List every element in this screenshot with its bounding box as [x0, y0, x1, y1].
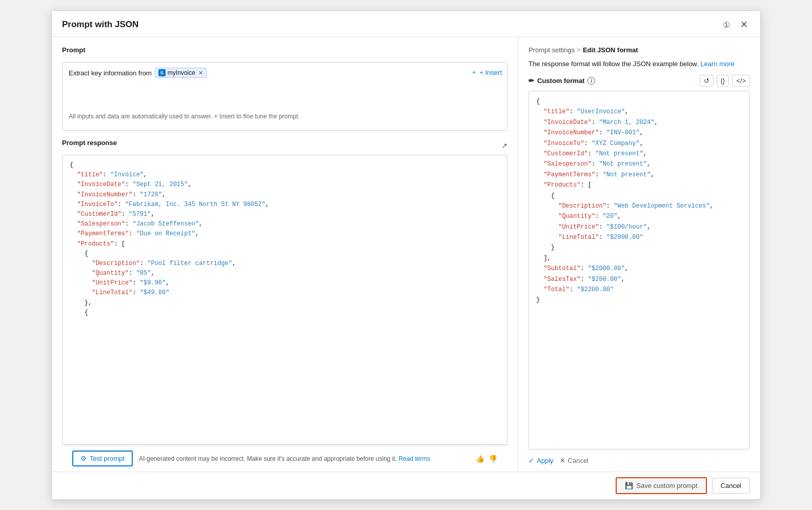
- custom-format-header: ✏ Custom format i ↺ {} </>: [529, 75, 750, 87]
- thumbs-down-button[interactable]: 👎: [489, 455, 497, 463]
- help-icon: ①: [723, 20, 730, 30]
- json-line: "LineTotal": "$49.80": [70, 288, 500, 298]
- tag-icon: S: [158, 69, 166, 76]
- left-panel: Prompt ＋ + Insert Extract key informatio…: [52, 37, 518, 472]
- json-line: },: [70, 298, 500, 308]
- close-button[interactable]: ✕: [738, 18, 750, 31]
- save-icon: 💾: [625, 482, 633, 489]
- json-line: {: [536, 191, 742, 201]
- dialog-title: Prompt with JSON: [62, 19, 138, 30]
- json-line: "CustomerId": "Not present",: [536, 149, 742, 159]
- right-actions: ✓ Apply ✕ Cancel: [529, 450, 750, 472]
- json-line: "InvoiceDate": "Sept 21, 2015",: [70, 180, 500, 190]
- prompt-prefix-text: Extract key information from: [69, 69, 152, 77]
- bottom-bar: ⚙ Test prompt AI-generated content may b…: [62, 445, 508, 472]
- custom-format-title: ✏ Custom format i: [529, 77, 595, 85]
- json-line: "title": "UserInvoice",: [536, 107, 742, 117]
- tag-label: myInvoice: [168, 69, 195, 76]
- ai-disclaimer: AI-generated content may be incorrect. M…: [139, 455, 470, 462]
- prompt-label: Prompt: [62, 46, 86, 54]
- json-line: "title": "Invoice",: [70, 170, 500, 180]
- dialog: Prompt with JSON ① ✕ Prompt ＋ + Insert: [51, 10, 761, 500]
- json-line: {: [70, 249, 500, 259]
- json-line: "Quantity": "20",: [536, 211, 742, 221]
- breadcrumb-sep: >: [577, 46, 581, 54]
- json-line: "LineTotal": "$2000.00": [536, 232, 742, 242]
- json-line: "SalesTax": "$200.00",: [536, 274, 742, 284]
- response-header: Prompt response ↗: [62, 139, 508, 152]
- apply-button[interactable]: ✓ Apply: [529, 457, 554, 464]
- json-line: "InvoiceNumber": "INV-001",: [536, 128, 742, 138]
- json-line: "PaymentTerms": "Not present",: [536, 170, 742, 180]
- breadcrumb-parent: Prompt settings: [529, 46, 575, 54]
- braces-button[interactable]: {}: [717, 75, 729, 87]
- plus-icon: ＋: [471, 68, 477, 77]
- code-icon: </>: [736, 77, 746, 85]
- json-line: "CustomerId": "5791",: [70, 210, 500, 219]
- learn-more-link[interactable]: Learn more: [700, 60, 734, 68]
- json-line: "Description": "Pool filter cartridge",: [70, 259, 500, 269]
- reset-icon: ↺: [704, 77, 709, 85]
- insert-button[interactable]: ＋ + Insert: [471, 68, 502, 77]
- dialog-footer: 💾 Save custom prompt Cancel: [52, 472, 760, 499]
- response-code-area[interactable]: { "title": "Invoice", "InvoiceDate": "Se…: [62, 155, 508, 445]
- json-editor-area[interactable]: { "title": "UserInvoice", "InvoiceDate":…: [529, 91, 750, 450]
- thumbs-up-button[interactable]: 👍: [476, 455, 484, 463]
- read-terms-link[interactable]: Read terms: [399, 455, 431, 462]
- json-line: "Products": [: [70, 239, 500, 249]
- reset-button[interactable]: ↺: [700, 75, 714, 87]
- dialog-body: Prompt ＋ + Insert Extract key informatio…: [52, 37, 760, 472]
- tag-close-icon[interactable]: ✕: [198, 70, 203, 76]
- breadcrumb: Prompt settings > Edit JSON format: [529, 46, 750, 54]
- json-line: }: [536, 242, 742, 253]
- x-icon: ✕: [560, 457, 565, 464]
- dialog-header: Prompt with JSON ① ✕: [52, 11, 760, 37]
- prompt-input-row: Extract key information from S myInvoice…: [69, 68, 501, 78]
- json-line: "InvoiceDate": "March 1, 2024",: [536, 117, 742, 128]
- check-icon: ✓: [529, 457, 534, 464]
- json-line: "Subtotal": "$2000.00",: [536, 263, 742, 274]
- json-line: "Salesperson": "Not present",: [536, 159, 742, 169]
- json-line: "InvoiceTo": "Fabrikam, Inc. 345 North S…: [70, 200, 500, 210]
- test-icon: ⚙: [80, 455, 87, 462]
- response-label: Prompt response: [62, 139, 117, 147]
- header-icons: ① ✕: [721, 18, 750, 31]
- help-button[interactable]: ①: [721, 19, 732, 31]
- json-line: {: [70, 308, 500, 318]
- prompt-hint: All inputs and data are automatically us…: [69, 109, 501, 125]
- code-button[interactable]: </>: [732, 75, 750, 87]
- json-line: "Description": "Web Development Services…: [536, 201, 742, 211]
- test-prompt-button[interactable]: ⚙ Test prompt: [72, 451, 133, 466]
- json-line: "Total": "$2200.00": [536, 284, 742, 295]
- format-action-buttons: ↺ {} </>: [700, 75, 750, 87]
- response-section: Prompt response ↗ { "title": "Invoice", …: [62, 139, 508, 445]
- json-line: "InvoiceTo": "XYZ Company",: [536, 138, 742, 149]
- json-line: "Salesperson": "Jacob Steffensen",: [70, 219, 500, 229]
- prompt-input-area[interactable]: ＋ + Insert Extract key information from …: [62, 62, 508, 131]
- info-icon[interactable]: i: [587, 77, 595, 85]
- expand-icon[interactable]: ↗: [501, 141, 508, 150]
- json-line: "Products": [: [536, 180, 742, 190]
- prompt-tag: S myInvoice ✕: [155, 68, 207, 78]
- json-line: {: [70, 160, 500, 170]
- json-line: {: [536, 96, 742, 107]
- cancel-right-button[interactable]: ✕ Cancel: [560, 457, 588, 464]
- json-line: "Quantity": "05",: [70, 269, 500, 278]
- save-custom-prompt-button[interactable]: 💾 Save custom prompt: [616, 477, 706, 494]
- json-line: "PaymentTerms": "Due on Receipt",: [70, 229, 500, 239]
- right-description: The response format will follow the JSON…: [529, 60, 750, 68]
- json-line: ],: [536, 253, 742, 263]
- thumb-btns: 👍 👎: [476, 455, 497, 463]
- pencil-icon: ✏: [529, 77, 534, 85]
- json-line: }: [536, 295, 742, 305]
- close-icon: ✕: [740, 19, 748, 30]
- json-line: "InvoiceNumber": "1726",: [70, 190, 500, 200]
- braces-icon: {}: [721, 77, 725, 85]
- json-line: "UnitPrice": "$9.96",: [70, 278, 500, 288]
- json-line: "UnitPrice": "$100/hour",: [536, 222, 742, 232]
- breadcrumb-current: Edit JSON format: [583, 46, 638, 54]
- right-panel: Prompt settings > Edit JSON format The r…: [518, 37, 760, 472]
- cancel-footer-button[interactable]: Cancel: [712, 478, 750, 494]
